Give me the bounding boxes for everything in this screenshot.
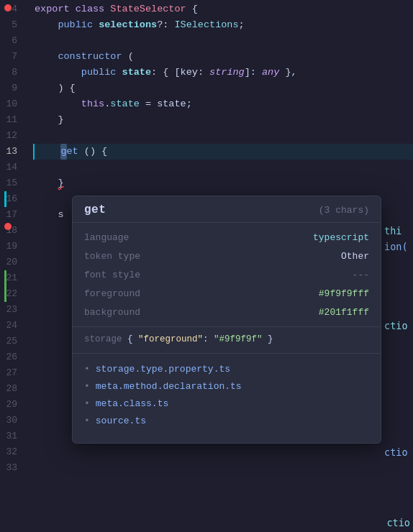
code-line-8: public state: { [key: string]: any }, [35,65,413,81]
code-editor: 4 5 6 7 8 9 10 11 12 13 14 15 16 17 18 1… [0,0,413,532]
label-font-style: font style [84,268,140,283]
modified-indicator [4,270,6,302]
code-line-9: ) { [35,81,413,96]
value-token-type: Other [341,249,369,264]
code-line-32 [35,444,413,460]
code-line-7: constructor ( [35,49,413,65]
value-foreground: #9f9f9fff [319,287,369,301]
label-background: background [84,306,140,320]
code-line-6 [35,33,413,49]
file-item-3: meta.class.ts [84,395,369,413]
file-item-1: storage.type.property.ts [84,361,369,378]
tooltip-header: get (3 chars) [73,196,381,223]
gutter [4,1,13,532]
right-code-ctio: ctio [384,318,413,334]
bottom-partial-code: ctio [386,515,413,531]
token-tooltip: get (3 chars) language typescript token … [72,196,381,444]
code-line-14 [35,160,413,175]
tooltip-row-foreground: foreground #9f9f9fff [73,285,381,303]
code-line-5: public selections?: ISelections; [35,17,413,33]
code-line-10: this.state = state; [35,96,413,112]
tooltip-row-language: language typescript [73,229,381,247]
code-line-12 [35,128,413,144]
tooltip-divider-2 [73,353,381,354]
value-language: typescript [313,231,369,245]
tooltip-row-background: background #201f1fff [73,303,381,322]
label-token-type: token type [84,249,140,264]
code-line-15: } [35,175,413,191]
label-language: language [84,231,129,245]
label-foreground: foreground [84,287,140,301]
active-line-indicator [4,191,6,207]
tooltip-files: storage.type.property.ts meta.method.dec… [73,357,381,437]
right-code-ion: ion( [384,239,413,254]
value-background: #201f1fff [319,306,369,320]
tooltip-code-line: storage { "foreground": "#9f9f9f" } [73,331,381,350]
right-code-thi: thi [384,223,413,239]
tooltip-row-token-type: token type Other [73,247,381,266]
tooltip-row-font-style: font style --- [73,266,381,285]
tooltip-divider-1 [73,326,381,327]
file-item-2: meta.method.declaration.ts [84,378,369,395]
code-line-13: get () { [33,144,413,160]
value-font-style: --- [353,268,369,283]
breakpoint-icon [4,4,12,12]
right-code-sel: ctio [384,444,413,460]
tooltip-title: get [84,203,106,216]
breakpoint-icon-2 [4,223,12,230]
tooltip-chars-label: (3 chars) [319,205,369,216]
code-line-11: } [35,112,413,128]
file-item-4: source.ts [84,413,369,430]
code-line-33 [35,460,413,476]
code-line-4: export class StateSelector { [35,1,413,17]
tooltip-body: language typescript token type Other fon… [73,223,381,443]
right-edge-code: thi ion( ctio ctio [384,0,413,460]
